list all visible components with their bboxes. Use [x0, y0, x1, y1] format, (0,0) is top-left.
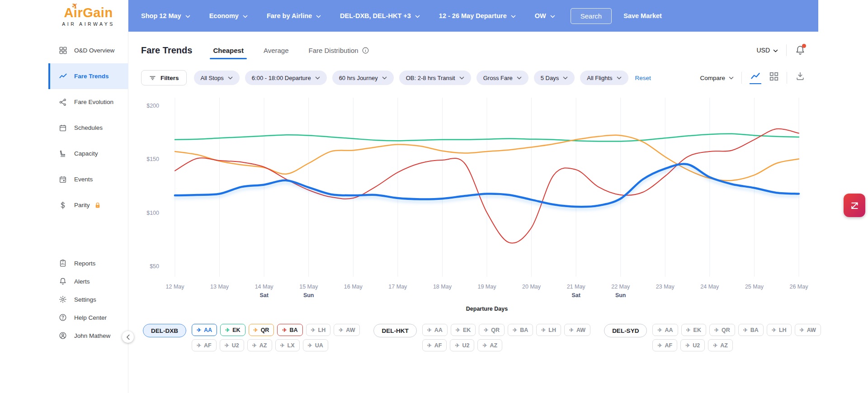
- filter-icon: [149, 74, 156, 82]
- route-pill-del-syd[interactable]: DEL-SYD: [604, 324, 647, 337]
- filter-chip-5-days[interactable]: 5 Days: [534, 71, 575, 85]
- airline-chip-del-hkt-ba[interactable]: ✈BA: [508, 324, 533, 336]
- fare-trend-chart: $200$150$100$5012 May13 May14 MaySat15 M…: [128, 95, 818, 321]
- airline-chip-del-hkt-af[interactable]: ✈AF: [422, 339, 447, 351]
- tab-cheapest[interactable]: Cheapest: [212, 41, 245, 60]
- plane-icon: ✈: [308, 343, 312, 348]
- airline-chip-del-dxb-ek[interactable]: ✈EK: [220, 324, 245, 336]
- sidebar-item-capacity[interactable]: Capacity: [48, 141, 128, 166]
- x-axis-weekend-label: Sun: [615, 292, 626, 298]
- airline-chip-del-hkt-az[interactable]: ✈AZ: [477, 339, 502, 351]
- filter-chip-ob-2-8-hrs-transit[interactable]: OB: 2-8 hrs Transit: [399, 71, 471, 85]
- filters-button[interactable]: Filters: [141, 70, 187, 85]
- header-right-controls: USD: [756, 44, 806, 56]
- airline-chip-del-syd-u2[interactable]: ✈U2: [680, 339, 705, 351]
- filter-chip-gross-fare[interactable]: Gross Fare: [476, 71, 528, 85]
- sidebar-main-nav: O&D OverviewFare TrendsFare EvolutionSch…: [0, 38, 128, 218]
- sidebar-collapse-button[interactable]: [122, 331, 134, 343]
- airline-chip-del-dxb-ba[interactable]: ✈BA: [277, 324, 302, 336]
- line-chart-icon: [750, 71, 761, 81]
- airline-chip-del-dxb-az[interactable]: ✈AZ: [247, 339, 272, 351]
- currency-dropdown[interactable]: USD: [756, 47, 778, 54]
- airline-chip-del-syd-ba[interactable]: ✈BA: [738, 324, 764, 336]
- download-button[interactable]: [795, 71, 806, 85]
- x-axis-tick: 14 May: [255, 284, 274, 290]
- airline-chip-del-hkt-qr[interactable]: ✈QR: [479, 324, 505, 336]
- sidebar-item-events[interactable]: Events: [48, 166, 128, 192]
- brand-subtitle: AIR AIRWAYS: [48, 21, 128, 27]
- tab-average[interactable]: Average: [263, 41, 290, 60]
- airline-chip-del-hkt-u2[interactable]: ✈U2: [450, 339, 474, 351]
- sidebar-item-parity[interactable]: Parity: [48, 192, 128, 218]
- topbar-dropdown-12-26-may-departure[interactable]: 12 - 26 May Departure: [439, 12, 516, 19]
- topbar-dropdown-fare-by-airline[interactable]: Fare by Airline: [267, 12, 321, 19]
- sidebar-item-john-mathew[interactable]: John Mathew: [48, 327, 128, 345]
- route-pill-del-hkt[interactable]: DEL-HKT: [373, 324, 416, 337]
- filter-chip-all-flights[interactable]: All Flights: [580, 71, 628, 85]
- sidebar-item-help-center[interactable]: Help Center: [48, 308, 128, 327]
- sidebar-item-o-d-overview[interactable]: O&D Overview: [48, 38, 128, 63]
- airline-chip-del-syd-aw[interactable]: ✈AW: [795, 324, 821, 336]
- market-group-del-syd: DEL-SYD✈AA✈EK✈QR✈BA✈LH✈AW✈AF✈U2✈AZ: [604, 324, 821, 351]
- sidebar-item-fare-trends[interactable]: Fare Trends: [48, 63, 128, 89]
- search-button[interactable]: Search: [571, 8, 612, 24]
- airline-chip-del-syd-lh[interactable]: ✈LH: [767, 324, 792, 336]
- plane-icon: ✈: [482, 343, 487, 348]
- bell-icon: [59, 277, 68, 286]
- filter-chip-60-hrs-journey[interactable]: 60 hrs Journey: [332, 71, 394, 85]
- sidebar-item-settings[interactable]: Settings: [48, 290, 128, 308]
- topbar-dropdown-shop-12-may[interactable]: Shop 12 May: [141, 12, 190, 19]
- compare-dropdown[interactable]: Compare: [700, 75, 734, 81]
- tab-fare-distribution[interactable]: Fare Distribution: [308, 41, 370, 60]
- airline-chip-del-dxb-af[interactable]: ✈AF: [192, 339, 217, 351]
- x-axis-tick: 22 May: [611, 284, 630, 290]
- sidebar-item-schedules[interactable]: Schedules: [48, 115, 128, 141]
- notifications-button[interactable]: [795, 45, 806, 56]
- airline-chip-del-dxb-ua[interactable]: ✈UA: [303, 339, 328, 351]
- airline-chip-del-hkt-lh[interactable]: ✈LH: [536, 324, 561, 336]
- grid-view-button[interactable]: [769, 71, 779, 85]
- y-axis-tick: $150: [146, 156, 159, 162]
- airline-chip-del-syd-ek[interactable]: ✈EK: [681, 324, 706, 336]
- airline-chip-row: ✈AF✈U2✈AZ✈LX✈UA: [192, 339, 360, 351]
- save-market-button[interactable]: Save Market: [623, 12, 662, 19]
- filter-chip-6-00-18-00-departure[interactable]: 6:00 - 18:00 Departure: [245, 71, 327, 85]
- airline-chip-del-syd-az[interactable]: ✈AZ: [708, 339, 733, 351]
- airline-chip-del-syd-aa[interactable]: ✈AA: [652, 324, 678, 336]
- market-airline-legend: DEL-DXB✈AA✈EK✈QR✈BA✈LH✈AW✈AF✈U2✈AZ✈LX✈UA…: [143, 324, 821, 351]
- sidebar-item-alerts[interactable]: Alerts: [48, 272, 128, 290]
- plane-icon: ✈: [743, 327, 748, 333]
- airline-chip-del-hkt-ek[interactable]: ✈EK: [451, 324, 476, 336]
- chevron-down-icon: [617, 76, 622, 80]
- airline-code: LX: [288, 342, 295, 349]
- topbar-dropdown-economy[interactable]: Economy: [209, 12, 248, 19]
- topbar-dropdown-ow[interactable]: OW: [535, 12, 555, 19]
- airline-chip-del-dxb-aw[interactable]: ✈AW: [334, 324, 360, 336]
- topbar-dropdown-del-dxb-del-hkt-3[interactable]: DEL-DXB, DEL-HKT +3: [340, 12, 420, 19]
- airline-chip-del-hkt-aa[interactable]: ✈AA: [422, 324, 448, 336]
- airline-chip-del-syd-af[interactable]: ✈AF: [652, 339, 677, 351]
- airline-chip-del-syd-qr[interactable]: ✈QR: [709, 324, 735, 336]
- plane-icon: ✈: [427, 343, 432, 348]
- sidebar-item-fare-evolution[interactable]: Fare Evolution: [48, 89, 128, 115]
- reset-filters-link[interactable]: Reset: [635, 75, 651, 81]
- airline-chip-del-dxb-aa[interactable]: ✈AA: [192, 324, 217, 336]
- line-chart-view-button[interactable]: [750, 71, 761, 84]
- airline-chip-del-dxb-qr[interactable]: ✈QR: [249, 324, 274, 336]
- info-icon[interactable]: [362, 47, 369, 54]
- chevron-down-icon: [511, 12, 516, 19]
- airline-chip-del-dxb-lx[interactable]: ✈LX: [275, 339, 300, 351]
- airline-chip-del-dxb-u2[interactable]: ✈U2: [220, 339, 244, 351]
- airline-code: LH: [318, 327, 326, 333]
- airline-chip-del-dxb-lh[interactable]: ✈LH: [306, 324, 331, 336]
- chevron-down-icon: [550, 12, 555, 19]
- filter-chip-all-stops[interactable]: All Stops: [194, 71, 240, 85]
- route-pill-del-dxb[interactable]: DEL-DXB: [143, 324, 186, 337]
- filter-chip-label: 5 Days: [541, 75, 559, 81]
- sidebar-item-reports[interactable]: Reports: [48, 254, 128, 272]
- chevron-down-icon: [228, 76, 233, 80]
- z-expand-badge[interactable]: [844, 194, 865, 217]
- airline-chip-del-hkt-aw[interactable]: ✈AW: [564, 324, 590, 336]
- logo-text: ✈ AirGain: [64, 5, 113, 20]
- tab-label: Average: [264, 47, 289, 54]
